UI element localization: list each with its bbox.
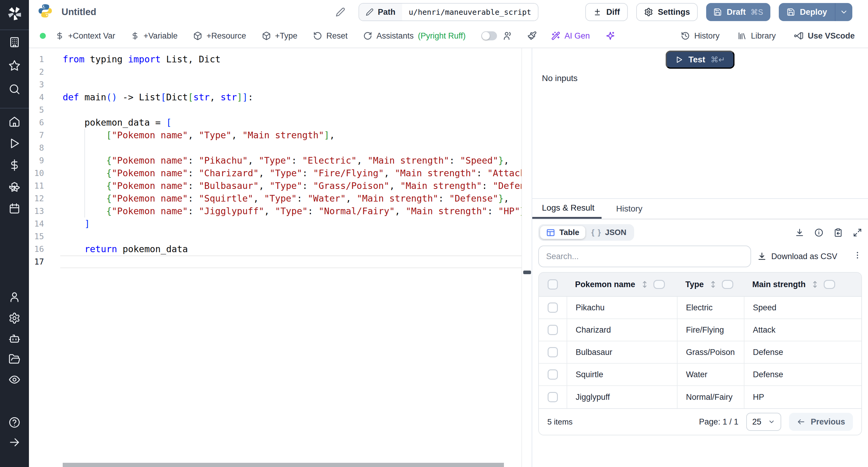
- previous-page-button[interactable]: Previous: [789, 413, 853, 431]
- code-line: ["Pokemon name", "Type", "Main strength"…: [63, 129, 522, 142]
- favorites-star-icon[interactable]: [8, 60, 21, 72]
- collapse-arrow-right-icon[interactable]: [8, 436, 21, 448]
- sort-icon[interactable]: [812, 280, 818, 288]
- tab-history[interactable]: History: [616, 199, 642, 219]
- add-variable-button[interactable]: +Variable: [131, 31, 178, 41]
- table-menu-kebab-icon[interactable]: [853, 251, 862, 262]
- page-size-select[interactable]: 25: [746, 413, 781, 431]
- audit-eye-icon[interactable]: [8, 374, 21, 386]
- code-lines[interactable]: from typing import List, Dictdef main() …: [63, 53, 522, 268]
- page-indicator: Page: 1 / 1: [699, 417, 738, 427]
- result-table: Pokemon name Type Main strength: [538, 272, 862, 435]
- home-icon[interactable]: [8, 116, 21, 128]
- package-icon: [262, 31, 271, 40]
- copy-clipboard-icon[interactable]: [834, 228, 843, 237]
- table-footer: 5 items Page: 1 / 1 25 Previous: [539, 408, 861, 435]
- path-field[interactable]: Path u/henri/maneuverable_script: [359, 3, 538, 21]
- code-line: {"Pokemon name": "Charizard", "Type": "F…: [63, 167, 522, 180]
- editor-toolbar: +Context Var +Variable +Resource +Type R…: [29, 24, 868, 48]
- folders-icon[interactable]: [8, 353, 21, 365]
- variables-dollar-icon[interactable]: [8, 159, 21, 171]
- ai-gen-button[interactable]: AI Gen: [551, 31, 590, 41]
- table-cell: Squirtle: [567, 364, 677, 385]
- format-paintbrush-icon[interactable]: [527, 31, 537, 41]
- deploy-dropdown-button[interactable]: [835, 3, 852, 21]
- code-line: [63, 66, 522, 78]
- download-result-icon[interactable]: [795, 228, 804, 237]
- path-value[interactable]: u/henri/maneuverable_script: [402, 4, 538, 21]
- settings-gear-icon[interactable]: [8, 312, 21, 324]
- row-checkbox[interactable]: [548, 325, 558, 335]
- row-checkbox[interactable]: [548, 303, 558, 313]
- table-search-input[interactable]: [538, 246, 751, 267]
- library-button[interactable]: Library: [738, 31, 776, 41]
- scrollbar-thumb-vertical[interactable]: [523, 271, 531, 274]
- table-row[interactable]: PikachuElectricSpeed: [539, 297, 861, 319]
- dollar-icon: [56, 32, 64, 40]
- workers-bot-icon[interactable]: [8, 333, 21, 345]
- gear-icon: [644, 7, 653, 17]
- users-icon[interactable]: [8, 291, 21, 303]
- column-header[interactable]: Type: [685, 280, 704, 289]
- table-cell: Speed: [744, 297, 861, 318]
- info-icon[interactable]: [814, 228, 824, 237]
- use-vscode-button[interactable]: Use VScode: [794, 31, 855, 41]
- column-toggle[interactable]: [722, 280, 733, 289]
- add-type-button[interactable]: +Type: [262, 31, 298, 41]
- scrollbar-thumb-horizontal[interactable]: [63, 463, 504, 467]
- arrow-left-icon: [797, 417, 805, 426]
- table-cell: Jigglypuff: [567, 386, 677, 408]
- view-json-button[interactable]: { } JSON: [585, 226, 632, 239]
- table-row[interactable]: BulbasaurGrass/PoisonDefense: [539, 341, 861, 364]
- multiplayer-users-icon[interactable]: [503, 31, 513, 41]
- expand-fullscreen-icon[interactable]: [853, 228, 862, 237]
- vscode-icon: [794, 31, 804, 41]
- table-cell: Water: [677, 364, 744, 385]
- windmill-logo-icon[interactable]: [6, 5, 23, 24]
- select-all-checkbox[interactable]: [548, 279, 558, 289]
- test-button[interactable]: Test ⌘↵: [665, 51, 735, 69]
- tab-logs-result[interactable]: Logs & Result: [532, 199, 601, 219]
- table-cell: Grass/Poison: [677, 341, 744, 363]
- no-inputs-label: No inputs: [542, 73, 578, 83]
- edit-summary-pencil-icon[interactable]: [336, 7, 345, 17]
- sidebar-divider: [0, 30, 29, 30]
- multiplayer-toggle[interactable]: [481, 31, 497, 40]
- view-table-button[interactable]: Table: [540, 226, 585, 239]
- workspace-icon[interactable]: [8, 36, 21, 48]
- add-context-var-button[interactable]: +Context Var: [56, 31, 115, 41]
- dollar-icon: [131, 32, 139, 40]
- column-toggle[interactable]: [653, 280, 665, 289]
- table-cell: Bulbasaur: [567, 341, 677, 363]
- row-checkbox[interactable]: [548, 369, 558, 380]
- view-mode-toggle: Table { } JSON: [538, 224, 634, 241]
- assistants-button[interactable]: Assistants (Pyright Ruff): [363, 31, 466, 41]
- schedules-calendar-icon[interactable]: [8, 203, 21, 215]
- diff-button[interactable]: Diff: [585, 3, 628, 21]
- table-row[interactable]: CharizardFire/FlyingAttack: [539, 319, 861, 341]
- draft-button[interactable]: Draft ⌘S: [706, 3, 770, 21]
- row-checkbox[interactable]: [548, 392, 558, 402]
- code-line: [63, 104, 522, 116]
- column-header[interactable]: Pokemon name: [575, 280, 635, 289]
- column-header[interactable]: Main strength: [752, 280, 806, 289]
- search-icon[interactable]: [8, 83, 21, 95]
- column-toggle[interactable]: [824, 280, 835, 289]
- download-csv-button[interactable]: Download as CSV: [757, 252, 837, 261]
- resources-boxes-icon[interactable]: [8, 181, 21, 193]
- right-panel: Test ⌘↵ No inputs Logs & Result History …: [532, 48, 868, 467]
- sort-icon[interactable]: [710, 280, 716, 288]
- code-editor[interactable]: 1234567891011121314151617 from typing im…: [29, 48, 532, 467]
- runs-play-icon[interactable]: [8, 137, 21, 150]
- sort-icon[interactable]: [641, 280, 648, 288]
- deploy-button[interactable]: Deploy: [779, 3, 835, 21]
- settings-button[interactable]: Settings: [636, 3, 698, 21]
- reset-button[interactable]: Reset: [313, 31, 348, 41]
- help-icon[interactable]: [8, 416, 21, 429]
- table-row[interactable]: JigglypuffNormal/FairyHP: [539, 386, 861, 408]
- sparkles-icon[interactable]: [606, 31, 615, 41]
- add-resource-button[interactable]: +Resource: [193, 31, 246, 41]
- row-checkbox[interactable]: [548, 347, 558, 357]
- history-button[interactable]: History: [681, 31, 719, 41]
- table-row[interactable]: SquirtleWaterDefense: [539, 364, 861, 386]
